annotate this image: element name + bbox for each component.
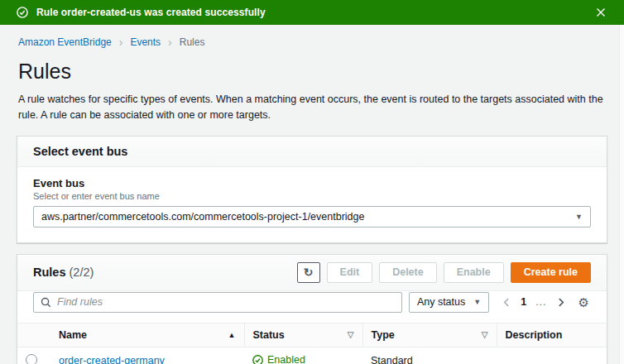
search-input[interactable]	[57, 296, 395, 308]
next-page-icon[interactable]	[556, 298, 565, 307]
create-rule-button[interactable]: Create rule	[511, 262, 591, 283]
enable-button[interactable]: Enable	[444, 262, 504, 283]
enabled-check-icon	[252, 355, 263, 364]
rules-table: Name ▲ Status ▽ Type ▽	[17, 323, 607, 364]
status-filter-dropdown[interactable]: Any status ▼	[409, 292, 489, 313]
status-badge: Enabled	[252, 354, 305, 364]
previous-page-icon[interactable]	[502, 298, 511, 307]
refresh-button[interactable]: ↻	[297, 262, 320, 283]
event-bus-field-label: Event bus	[33, 177, 591, 189]
event-bus-panel-header: Select event bus	[17, 136, 607, 167]
pagination-ellipsis: ...	[535, 296, 546, 308]
pagination: 1 ...	[502, 296, 564, 308]
gear-icon: ⚙	[578, 295, 589, 309]
rules-panel-title: Rules (2/2)	[33, 266, 94, 279]
column-header-name[interactable]: Name ▲	[50, 323, 244, 347]
rules-count: (2/2)	[70, 266, 94, 279]
success-banner-message: Rule order-created-us was created succes…	[36, 7, 266, 18]
chevron-down-icon: ▼	[575, 213, 583, 221]
event-bus-selected-value: aws.partner/commercetools.com/commerceto…	[41, 211, 364, 223]
event-bus-select[interactable]: aws.partner/commercetools.com/commerceto…	[33, 206, 591, 228]
close-icon[interactable]	[594, 6, 607, 19]
sort-ascending-icon[interactable]: ▲	[228, 331, 236, 339]
breadcrumb-rules: Rules	[180, 36, 205, 48]
find-rules-search[interactable]	[33, 292, 402, 313]
status-filter-value: Any status	[417, 296, 465, 308]
sort-inactive-icon[interactable]: ▽	[482, 330, 488, 339]
event-bus-panel-title: Select event bus	[33, 145, 127, 158]
rule-name-link[interactable]: order-created-germany	[59, 355, 165, 364]
select-event-bus-panel: Select event bus Event bus Select or ent…	[17, 136, 607, 243]
rules-panel: Rules (2/2) ↻ Edit Delete Enable Create …	[17, 254, 607, 364]
table-row: order-created-germany Enabled Standard	[17, 347, 607, 364]
rules-panel-header: Rules (2/2) ↻ Edit Delete Enable Create …	[17, 255, 607, 291]
column-header-status[interactable]: Status ▽	[244, 323, 362, 347]
rule-description	[497, 347, 607, 364]
scrollbar-track[interactable]	[619, 25, 624, 364]
sort-inactive-icon[interactable]: ▽	[348, 330, 354, 339]
refresh-icon: ↻	[304, 266, 314, 279]
edit-button[interactable]: Edit	[327, 262, 373, 283]
column-header-description[interactable]: Description	[497, 323, 607, 347]
chevron-right-icon: ›	[168, 38, 172, 46]
main-content: Amazon EventBridge › Events › Rules Rule…	[0, 25, 624, 364]
settings-button[interactable]: ⚙	[577, 295, 591, 310]
event-bus-field-hint: Select or enter event bus name	[33, 191, 591, 201]
select-all-header	[17, 323, 50, 347]
success-check-icon	[17, 7, 28, 18]
table-header-row: Name ▲ Status ▽ Type ▽	[17, 323, 607, 347]
page-description: A rule watches for specific types of eve…	[18, 92, 606, 124]
delete-button[interactable]: Delete	[379, 262, 437, 283]
row-radio-button[interactable]	[26, 354, 37, 364]
success-banner: Rule order-created-us was created succes…	[0, 0, 624, 25]
column-header-type[interactable]: Type ▽	[362, 323, 497, 347]
breadcrumb: Amazon EventBridge › Events › Rules	[17, 25, 607, 53]
chevron-right-icon: ›	[119, 38, 123, 46]
rule-type: Standard	[362, 347, 497, 364]
breadcrumb-events[interactable]: Events	[130, 36, 161, 48]
breadcrumb-eventbridge[interactable]: Amazon EventBridge	[18, 36, 112, 48]
page-number[interactable]: 1	[521, 296, 526, 308]
search-icon	[41, 297, 51, 308]
chevron-down-icon: ▼	[473, 298, 481, 306]
rules-filter-row: Any status ▼ 1 ... ⚙	[17, 291, 607, 323]
page-title: Rules	[18, 60, 607, 84]
